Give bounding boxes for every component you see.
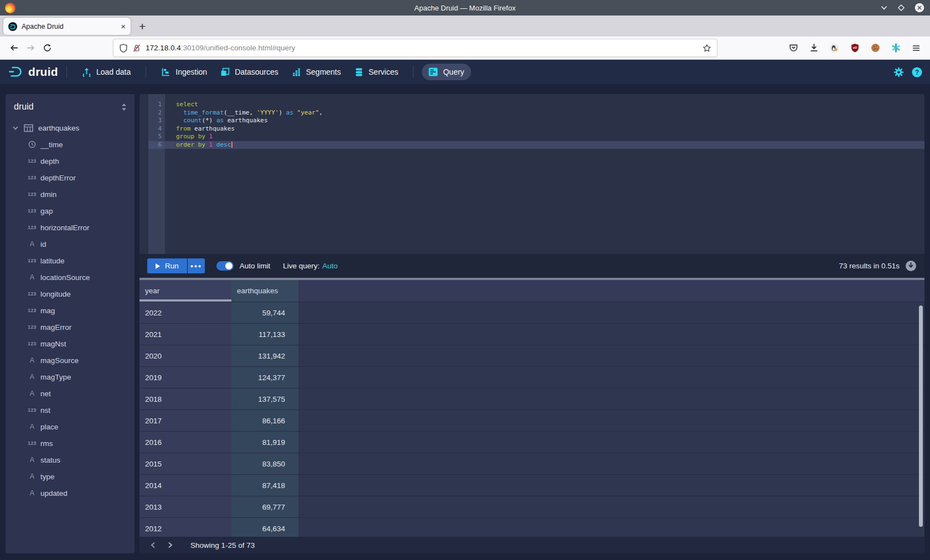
table-row[interactable]: 2018137,575 [140,388,924,409]
sidebar-column-status[interactable]: Astatus [6,452,135,468]
settings-gear-icon[interactable] [893,67,904,77]
bookmark-star-icon[interactable] [702,44,711,53]
sidebar-column-type[interactable]: Atype [6,468,135,485]
sidebar-column-id[interactable]: Aid [6,236,135,252]
url-bar[interactable]: 172.18.0.4:30109/unified-console.html#qu… [113,39,717,57]
table-row[interactable]: 201264,634 [140,517,924,537]
cell-year[interactable]: 2022 [140,302,231,323]
table-row[interactable]: 2019124,377 [140,366,924,388]
druid-logo[interactable]: druid [8,65,58,79]
sidebar-column-magError[interactable]: 123magError [6,319,135,335]
table-row[interactable]: 2021117,133 [140,323,924,345]
code-line-5[interactable]: 5group by 1 [140,133,924,141]
sidebar-column-rms[interactable]: 123rms [6,435,135,452]
table-scrollbar[interactable] [919,305,923,527]
column-header-year[interactable]: year [140,280,231,302]
code-line-4[interactable]: 4from earthquakes [140,125,924,133]
page-next-icon[interactable] [162,541,178,549]
table-row[interactable]: 202259,744 [140,302,924,323]
cell-year[interactable]: 2017 [140,410,231,431]
cell-earthquakes[interactable]: 59,744 [231,302,298,323]
nav-item-segments[interactable]: Segments [285,64,348,80]
downloads-icon[interactable] [805,40,822,56]
sidebar-column-gap[interactable]: 123gap [6,203,135,219]
nav-item-query[interactable]: Query [422,64,471,80]
back-icon[interactable] [6,40,22,56]
reload-icon[interactable] [39,40,55,56]
lock-insecure-icon[interactable] [132,44,141,53]
cell-earthquakes[interactable]: 137,575 [231,388,298,409]
schema-select-caret-icon[interactable] [120,103,128,111]
cell-earthquakes[interactable]: 131,942 [231,345,298,366]
sidebar-column-nst[interactable]: 123nst [6,402,135,418]
sidebar-column-magType[interactable]: AmagType [6,369,135,385]
extension-cookie-icon[interactable] [867,40,884,56]
menu-hamburger-icon[interactable] [908,40,924,56]
extension-ublock-icon[interactable]: uO [846,40,863,56]
tab-close-icon[interactable]: × [121,22,126,30]
cell-year[interactable]: 2015 [140,453,231,474]
sidebar-column-mag[interactable]: 123mag [6,302,135,319]
column-header-earthquakes[interactable]: earthquakes [231,280,298,302]
sidebar-column-net[interactable]: Anet [6,385,135,402]
sidebar-table-earthquakes[interactable]: earthquakes [6,120,135,136]
sidebar-column-locationSource[interactable]: AlocationSource [6,269,135,286]
sidebar-column-depthError[interactable]: 123depthError [6,169,135,186]
cell-year[interactable]: 2021 [140,324,231,345]
page-previous-icon[interactable] [145,541,162,549]
extension-asterisk-icon[interactable] [887,40,904,56]
download-results-icon[interactable] [905,260,917,272]
table-row[interactable]: 201786,166 [140,409,924,431]
code-line-1[interactable]: 1select [140,101,924,109]
table-row[interactable]: 2020131,942 [140,345,924,366]
table-row[interactable]: 201369,777 [140,496,924,517]
cell-year[interactable]: 2014 [140,475,231,496]
table-row[interactable]: 201487,418 [140,474,924,496]
cell-earthquakes[interactable]: 81,919 [231,432,298,453]
shield-icon[interactable] [119,44,128,53]
chevron-down-icon[interactable] [12,125,19,131]
sidebar-column-depth[interactable]: 123depth [6,153,135,169]
live-query-value[interactable]: Auto [322,262,338,270]
window-minimize-icon[interactable] [880,4,888,12]
cell-earthquakes[interactable]: 69,777 [231,496,298,517]
nav-item-datasources[interactable]: Datasources [214,64,285,80]
cell-year[interactable]: 2013 [140,496,231,517]
nav-item-load-data[interactable]: Load data [75,64,137,80]
sidebar-column-dmin[interactable]: 123dmin [6,186,135,203]
cell-year[interactable]: 2012 [140,518,231,537]
cell-earthquakes[interactable]: 117,133 [231,324,298,345]
cell-earthquakes[interactable]: 87,418 [231,475,298,496]
auto-limit-toggle[interactable] [216,261,234,271]
code-line-3[interactable]: 3 count(*) as earthquakes [140,117,924,125]
cell-year[interactable]: 2018 [140,388,231,409]
cell-earthquakes[interactable]: 124,377 [231,367,298,388]
cell-earthquakes[interactable]: 64,634 [231,518,298,537]
extension-profile-icon[interactable] [826,40,843,56]
cell-earthquakes[interactable]: 86,166 [231,410,298,431]
sidebar-column-place[interactable]: Aplace [6,418,135,435]
cell-year[interactable]: 2016 [140,432,231,453]
help-icon[interactable]: ? [912,67,922,77]
sidebar-column-magSource[interactable]: AmagSource [6,352,135,369]
code-line-6[interactable]: 6order by 1 desc [140,141,924,149]
nav-item-ingestion[interactable]: Ingestion [154,64,214,80]
pocket-icon[interactable] [785,40,802,56]
sidebar-column-magNst[interactable]: 123magNst [6,335,135,352]
sidebar-column-latitude[interactable]: 123latitude [6,252,135,269]
window-close-icon[interactable] [914,3,924,13]
cell-earthquakes[interactable]: 83,850 [231,453,298,474]
new-tab-button[interactable]: + [139,20,146,32]
sidebar-column-longitude[interactable]: 123longitude [6,286,135,302]
forward-icon[interactable] [22,40,39,56]
table-row[interactable]: 201681,919 [140,431,924,453]
cell-year[interactable]: 2020 [140,345,231,366]
sidebar-column-horizontalError[interactable]: 123horizontalError [6,219,135,236]
table-row[interactable]: 201583,850 [140,453,924,474]
browser-tab[interactable]: Apache Druid × [3,18,131,35]
nav-item-services[interactable]: Services [348,64,405,80]
cell-year[interactable]: 2019 [140,367,231,388]
sidebar-column-updated[interactable]: Aupdated [6,485,135,501]
run-button[interactable]: Run [147,258,187,273]
window-maximize-icon[interactable] [897,4,905,12]
